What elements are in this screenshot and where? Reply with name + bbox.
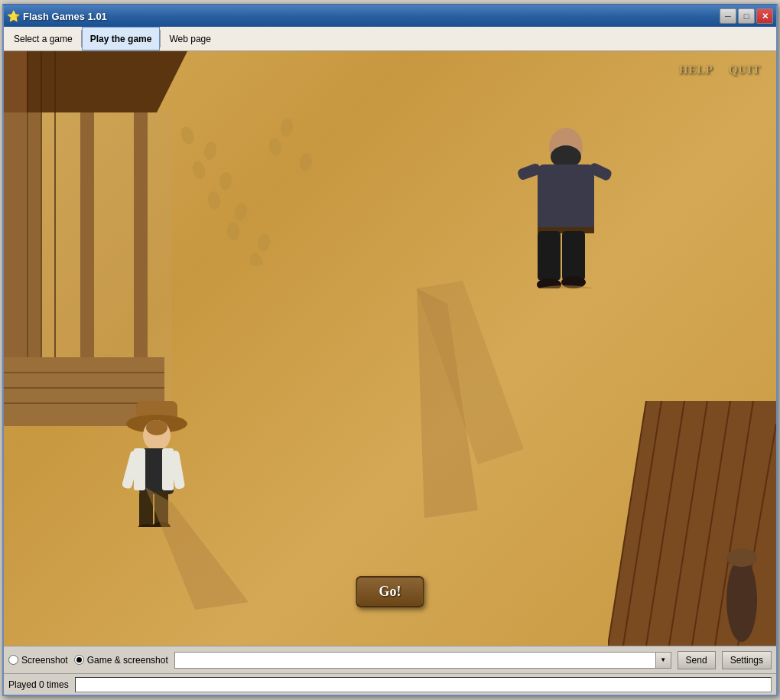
svg-point-21 xyxy=(247,251,265,265)
svg-rect-45 xyxy=(139,491,153,527)
title-left: ⭐ Flash Games 1.01 xyxy=(7,10,107,22)
menu-web-page[interactable]: Web page xyxy=(161,27,219,50)
svg-point-13 xyxy=(178,125,196,146)
svg-rect-46 xyxy=(154,491,168,527)
svg-point-16 xyxy=(219,171,232,190)
screenshot-radio[interactable] xyxy=(8,655,18,665)
svg-point-22 xyxy=(279,118,294,138)
screenshot-radio-option[interactable]: Screenshot xyxy=(8,655,68,666)
svg-point-15 xyxy=(190,159,207,180)
application-window: ⭐ Flash Games 1.01 ─ □ ✕ Select a game P… xyxy=(2,4,778,696)
played-count: Played 0 times xyxy=(8,679,69,690)
svg-point-34 xyxy=(726,549,757,567)
menu-select-game[interactable]: Select a game xyxy=(5,27,81,50)
maximize-button[interactable]: □ xyxy=(738,8,755,24)
svg-point-23 xyxy=(268,137,284,158)
bottom-bar: Played 0 times xyxy=(4,673,776,695)
screenshot-label: Screenshot xyxy=(21,655,68,666)
status-bar: Screenshot Game & screenshot ▼ Send Sett… xyxy=(4,646,776,673)
villain-character xyxy=(516,120,616,288)
svg-point-19 xyxy=(226,221,240,240)
menu-play-game[interactable]: Play the game xyxy=(82,27,161,50)
svg-marker-0 xyxy=(4,51,187,112)
svg-rect-56 xyxy=(538,231,561,281)
go-button[interactable]: Go! xyxy=(356,576,424,607)
dropdown-arrow-button[interactable]: ▼ xyxy=(656,652,671,669)
floor-right xyxy=(608,401,776,646)
svg-marker-12 xyxy=(4,112,172,426)
svg-rect-57 xyxy=(562,231,585,281)
cowboy-character xyxy=(122,393,206,527)
minimize-button[interactable]: ─ xyxy=(720,8,736,24)
game-scene: HELP QUIT Go! xyxy=(4,51,776,646)
svg-point-24 xyxy=(299,152,313,171)
game-area: HELP QUIT Go! xyxy=(4,51,776,646)
game-screenshot-radio[interactable] xyxy=(74,655,84,665)
close-button[interactable]: ✕ xyxy=(756,8,773,24)
svg-point-20 xyxy=(256,233,271,252)
svg-point-39 xyxy=(146,420,167,435)
help-button[interactable]: HELP xyxy=(679,63,713,77)
settings-button[interactable]: Settings xyxy=(722,651,772,669)
title-bar: ⭐ Flash Games 1.01 ─ □ ✕ xyxy=(4,5,776,27)
game-overlay-buttons: HELP QUIT xyxy=(679,63,761,77)
send-button[interactable]: Send xyxy=(678,651,716,669)
svg-point-33 xyxy=(726,558,757,642)
game-screenshot-radio-option[interactable]: Game & screenshot xyxy=(74,655,168,666)
footprints xyxy=(157,112,325,265)
quit-button[interactable]: QUIT xyxy=(729,63,761,77)
svg-point-14 xyxy=(203,141,218,161)
send-input[interactable] xyxy=(174,652,656,669)
app-icon: ⭐ xyxy=(7,10,19,22)
game-screenshot-label: Game & screenshot xyxy=(87,655,168,666)
svg-point-18 xyxy=(232,201,249,222)
window-title: Flash Games 1.01 xyxy=(23,11,107,22)
menu-bar: Select a game Play the game Web page xyxy=(4,27,776,51)
played-input-area xyxy=(75,677,772,692)
radio-selected-indicator xyxy=(76,657,82,663)
svg-rect-52 xyxy=(538,164,594,233)
svg-point-17 xyxy=(206,190,222,210)
window-controls: ─ □ ✕ xyxy=(720,8,773,24)
